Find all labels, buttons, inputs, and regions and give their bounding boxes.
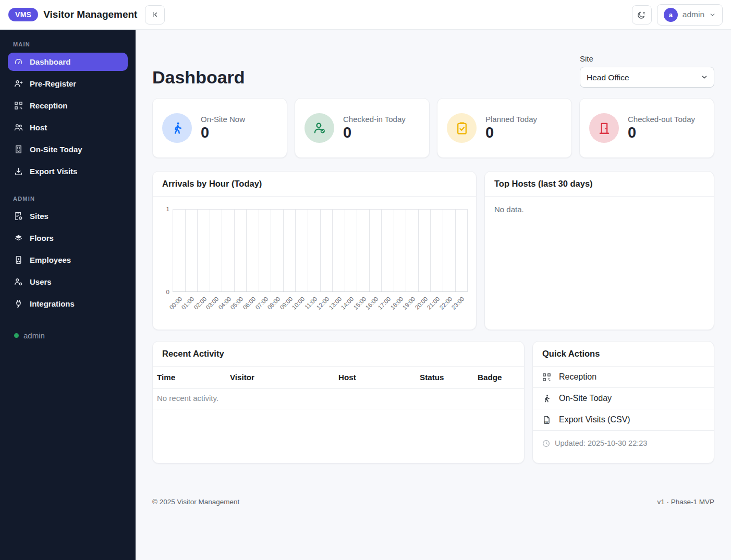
chart-gridline-column [406, 210, 418, 291]
chart-x-tick-label: 11:00 [303, 296, 318, 310]
app-window: VMS Visitor Management a adm [0, 0, 731, 560]
chart-gridline-column [234, 210, 247, 291]
sidebar-item-floors[interactable]: Floors [8, 229, 128, 247]
chart-gridline-column [369, 210, 382, 291]
brand-logo: VMS [8, 8, 38, 21]
sidebar-item-reception[interactable]: Reception [8, 96, 128, 115]
site-selector: Site Head Office [580, 54, 714, 88]
sidebar-username: admin [23, 331, 45, 340]
sidebar-item-label: Employees [30, 255, 71, 264]
clipboard-check-icon [447, 113, 477, 143]
table-header-row: Time Visitor Host Status Badge [153, 367, 524, 388]
chart-plot: 1 0 [173, 209, 468, 292]
quick-actions-card: Quick Actions Reception [532, 341, 714, 464]
stat-value: 0 [485, 125, 537, 141]
stat-label: Checked-in Today [343, 115, 406, 124]
page-title: Dashboard [152, 67, 245, 88]
sidebar-item-label: Floors [30, 234, 54, 242]
quick-actions-title: Quick Actions [533, 342, 714, 367]
quick-action-reception[interactable]: Reception [533, 367, 714, 388]
quick-action-label: Export Visits (CSV) [559, 415, 630, 424]
site-select[interactable]: Head Office [580, 67, 714, 88]
chart-y-tick-label: 0 [160, 289, 169, 295]
chart-x-tick-label: 07:00 [254, 296, 269, 311]
sidebar-item-label: Host [30, 123, 47, 132]
top-hosts-card: Top Hosts (last 30 days) No data. [484, 171, 714, 330]
person-badge-icon [14, 255, 23, 264]
chevron-bar-left-icon [151, 10, 159, 19]
svg-text:csv: csv [544, 421, 549, 423]
quick-actions-updated: Updated: 2025-10-30 22:23 [533, 431, 714, 447]
chart-x-tick-label: 16:00 [364, 296, 380, 311]
chart-x-tick-label: 02:00 [192, 296, 208, 311]
chart-y-tick-label: 1 [160, 206, 169, 212]
chart-gridline-column [418, 210, 431, 291]
door-closed-icon [589, 113, 619, 143]
stat-label: On-Site Now [201, 115, 245, 124]
recent-activity-card: Recent Activity Time Visitor Host Status… [152, 341, 525, 464]
sidebar-item-label: Users [30, 277, 52, 286]
sidebar-section-admin: ADMIN [13, 196, 123, 202]
chart-x-tick-label: 13:00 [327, 296, 343, 311]
person-gear-icon [14, 277, 23, 286]
sidebar-collapse-button[interactable] [145, 5, 165, 25]
sidebar-item-on-site-today[interactable]: On-Site Today [8, 140, 128, 159]
sidebar-item-label: Dashboard [30, 57, 70, 66]
stat-card-on-site-now: On-Site Now 0 [152, 98, 287, 158]
stat-card-checked-out-today: Checked-out Today 0 [579, 98, 714, 158]
chart-x-tick-label: 12:00 [315, 296, 331, 311]
theme-toggle-button[interactable] [632, 5, 652, 25]
updated-timestamp: Updated: 2025-10-30 22:23 [555, 439, 647, 447]
chart-x-tick-label: 14:00 [340, 296, 355, 311]
quick-action-on-site-today[interactable]: On-Site Today [533, 388, 714, 409]
chart-x-tick-label: 20:00 [413, 296, 429, 311]
arrivals-chart-card: Arrivals by Hour (Today) 1 0 00:0001:000… [152, 171, 477, 330]
recent-activity-title: Recent Activity [153, 342, 524, 367]
user-menu-button[interactable]: a admin [657, 4, 723, 26]
speedometer-icon [14, 57, 23, 66]
chart-x-tick-label: 15:00 [352, 296, 368, 311]
chart-gridline-column [185, 210, 198, 291]
stat-value: 0 [343, 125, 406, 141]
chart-gridline-column [320, 210, 333, 291]
chart-gridline-column [283, 210, 296, 291]
stat-label: Planned Today [485, 115, 537, 124]
footer-copyright: © 2025 Visitor Management [152, 498, 239, 506]
chart-gridline-column [308, 210, 320, 291]
chart-x-tick-label: 22:00 [438, 296, 453, 311]
online-status-dot [14, 333, 19, 338]
column-header-status: Status [416, 367, 473, 388]
sidebar-item-export-visits[interactable]: Export Visits [8, 162, 128, 180]
sidebar-item-host[interactable]: Host [8, 118, 128, 137]
sidebar-item-label: Export Visits [30, 167, 77, 176]
sidebar-item-integrations[interactable]: Integrations [8, 295, 128, 313]
chevron-down-icon [709, 11, 716, 18]
plug-icon [14, 299, 23, 308]
top-hosts-empty-text: No data. [494, 205, 524, 214]
page-head: Dashboard Site Head Office [152, 54, 714, 88]
sidebar-item-pre-register[interactable]: Pre-Register [8, 75, 128, 93]
quick-action-export-visits-csv[interactable]: csv Export Visits (CSV) [533, 409, 714, 431]
column-header-visitor: Visitor [226, 367, 334, 388]
top-hosts-title: Top Hosts (last 30 days) [485, 172, 714, 197]
building-icon [14, 145, 23, 154]
chart-gridline-column [430, 210, 443, 291]
sidebar: MAIN Dashboard Pre-Register [0, 30, 136, 560]
chart-x-tick-label: 19:00 [401, 296, 417, 311]
chart-gridline-column [443, 210, 455, 291]
chart-gridline-column [357, 210, 369, 291]
arrivals-chart: 1 0 00:0001:0002:0003:0004:0005:0006:000… [153, 197, 476, 322]
chart-gridline-column [345, 210, 357, 291]
sidebar-item-users[interactable]: Users [8, 273, 128, 291]
sidebar-item-sites[interactable]: Sites [8, 207, 128, 225]
stat-card-checked-in-today: Checked-in Today 0 [295, 98, 430, 158]
people-icon [14, 123, 23, 132]
file-csv-icon: csv [542, 416, 551, 424]
recent-activity-table: Time Visitor Host Status Badge No recent… [153, 367, 524, 409]
sidebar-item-employees[interactable]: Employees [8, 251, 128, 269]
chart-x-tick-label: 01:00 [180, 296, 196, 311]
chart-x-tick-label: 06:00 [242, 296, 257, 311]
sidebar-item-dashboard[interactable]: Dashboard [8, 53, 128, 71]
sidebar-item-label: On-Site Today [30, 145, 82, 154]
table-empty-row: No recent activity. [153, 388, 524, 409]
